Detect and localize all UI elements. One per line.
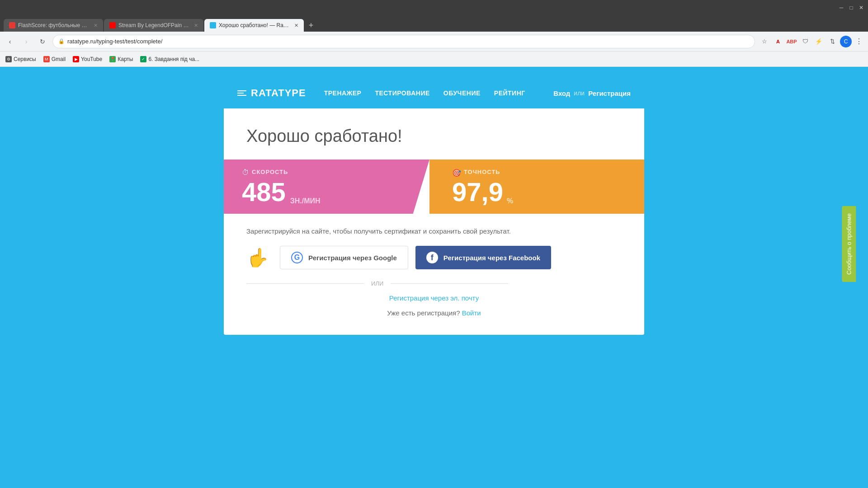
- tab-close-icon[interactable]: ✕: [194, 23, 198, 28]
- already-label: Уже есть регистрация?: [387, 309, 460, 317]
- auth-or: или: [574, 89, 585, 97]
- bookmarks-bar: ⚙ Сервисы M Gmail ▶ YouTube 📍 Карты ✓ 6.…: [0, 52, 868, 67]
- logo-text: RATATYPE: [251, 87, 306, 99]
- tab-title: FlashScore: футбольные матчи: [18, 22, 89, 28]
- bookmark-favicon: 📍: [109, 56, 116, 62]
- tab-favicon: [210, 22, 216, 28]
- accuracy-value-row: 97,9 %: [452, 179, 513, 205]
- logo-lines: [237, 90, 246, 96]
- tab-close-icon[interactable]: ✕: [294, 23, 298, 28]
- back-button[interactable]: ‹: [4, 35, 16, 48]
- page-content: RATATYPE ТРЕНАЖЕР ТЕСТИРОВАНИЕ ОБУЧЕНИЕ …: [0, 67, 868, 346]
- stat-speed-content: ⏱ СКОРОСТЬ 485 ЗН./МИН: [242, 169, 321, 205]
- register-section: Зарегистрируйся на сайте, чтобы получить…: [224, 214, 644, 335]
- facebook-icon: f: [426, 252, 438, 263]
- register-link[interactable]: Регистрация: [588, 89, 631, 97]
- result-title: Хорошо сработано!: [246, 127, 622, 146]
- speed-icon: ⏱: [242, 169, 249, 177]
- adblock-icon[interactable]: ABP: [786, 36, 797, 47]
- tab-title: Хорошо сработано! — Ratatype: [219, 22, 290, 28]
- bookmark-favicon: ▶: [73, 56, 79, 62]
- bookmark-label: 6. Завдання під ча...: [148, 56, 199, 62]
- bookmark-youtube[interactable]: ▶ YouTube: [73, 56, 102, 62]
- google-btn-label: Регистрация через Google: [308, 254, 397, 262]
- google-register-button[interactable]: G Регистрация через Google: [280, 246, 408, 269]
- speed-value: 485: [242, 179, 286, 205]
- bookmark-star-icon[interactable]: ☆: [759, 36, 770, 47]
- bookmark-label: Gmail: [52, 56, 66, 62]
- minimize-btn[interactable]: ─: [838, 5, 844, 11]
- tab-youtube[interactable]: Stream By LegendOFPain к... ✕: [104, 19, 203, 32]
- email-register-link[interactable]: Регистрация через эл. почту: [246, 294, 622, 302]
- sync-icon[interactable]: ⇅: [826, 36, 838, 47]
- stat-accuracy-content: 🎯 ТОЧНОСТЬ 97,9 %: [452, 169, 513, 205]
- tab-flashscore[interactable]: FlashScore: футбольные матчи ✕: [4, 19, 103, 32]
- tab-close-icon[interactable]: ✕: [94, 23, 98, 28]
- main-card: Хорошо сработано! ⏱ СКОРОСТЬ 485 ЗН./МИН: [224, 108, 644, 335]
- register-buttons-row: 👆 G Регистрация через Google f Регистрац…: [246, 246, 622, 269]
- adobe-icon[interactable]: A: [772, 36, 784, 47]
- maximize-btn[interactable]: □: [848, 5, 854, 11]
- google-icon: G: [291, 252, 303, 263]
- profile-avatar[interactable]: C: [840, 36, 852, 47]
- nav-trainer[interactable]: ТРЕНАЖЕР: [324, 89, 362, 97]
- tab-title: Stream By LegendOFPain к...: [118, 22, 189, 28]
- nav-actions: ☆ A ABP 🛡 ⚡ ⇅ C ⋮: [759, 35, 864, 47]
- bookmark-label: YouTube: [81, 56, 102, 62]
- tab-favicon: [9, 22, 15, 28]
- ratatype-site: RATATYPE ТРЕНАЖЕР ТЕСТИРОВАНИЕ ОБУЧЕНИЕ …: [224, 78, 644, 335]
- forward-button[interactable]: ›: [20, 35, 33, 48]
- already-registered-text: Уже есть регистрация? Войти: [246, 309, 622, 317]
- stat-accuracy: 🎯 ТОЧНОСТЬ 97,9 %: [429, 160, 644, 214]
- bookmark-maps[interactable]: 📍 Карты: [109, 56, 133, 62]
- accuracy-icon: 🎯: [452, 169, 461, 177]
- tab-ratatype[interactable]: Хорошо сработано! — Ratatype ✕: [204, 19, 304, 32]
- browser-chrome: ─ □ ✕ FlashScore: футбольные матчи ✕ Str…: [0, 0, 868, 67]
- facebook-btn-label: Регистрация через Facebook: [443, 254, 540, 262]
- title-bar: ─ □ ✕: [0, 0, 868, 15]
- bookmark-gmail[interactable]: M Gmail: [43, 56, 66, 62]
- site-auth: Вход или Регистрация: [553, 89, 631, 97]
- close-btn[interactable]: ✕: [858, 5, 864, 11]
- feedback-button[interactable]: Сообщить о проблеме: [842, 206, 856, 282]
- divider-text: ИЛИ: [371, 280, 383, 287]
- bookmark-tasks[interactable]: ✓ 6. Завдання під ча...: [140, 56, 199, 62]
- accuracy-label-row: 🎯 ТОЧНОСТЬ: [452, 169, 513, 177]
- address-text: ratatype.ru/typing-test/test/complete/: [67, 38, 749, 45]
- menu-button[interactable]: ⋮: [854, 35, 864, 47]
- tab-favicon: [109, 22, 116, 28]
- divider: ИЛИ: [246, 280, 622, 287]
- bookmark-label: Карты: [118, 56, 133, 62]
- result-title-section: Хорошо сработано!: [224, 108, 644, 160]
- nav-testing[interactable]: ТЕСТИРОВАНИЕ: [375, 89, 429, 97]
- accuracy-label: ТОЧНОСТЬ: [464, 169, 500, 175]
- speed-unit: ЗН./МИН: [290, 197, 321, 205]
- accuracy-unit: %: [507, 197, 513, 205]
- bookmark-services[interactable]: ⚙ Сервисы: [5, 56, 36, 62]
- site-header: RATATYPE ТРЕНАЖЕР ТЕСТИРОВАНИЕ ОБУЧЕНИЕ …: [224, 78, 644, 108]
- divider-line-left: [246, 283, 364, 284]
- speed-value-row: 485 ЗН./МИН: [242, 179, 321, 205]
- shield-icon[interactable]: 🛡: [799, 36, 811, 47]
- new-tab-button[interactable]: +: [305, 19, 317, 32]
- address-bar[interactable]: 🔒 ratatype.ru/typing-test/test/complete/: [52, 35, 755, 48]
- login-link[interactable]: Вход: [553, 89, 570, 97]
- bookmark-favicon: ✓: [140, 56, 146, 62]
- nav-rating[interactable]: РЕЙТИНГ: [494, 89, 525, 97]
- site-logo[interactable]: RATATYPE: [237, 87, 306, 99]
- stat-speed: ⏱ СКОРОСТЬ 485 ЗН./МИН: [224, 160, 429, 214]
- nav-learning[interactable]: ОБУЧЕНИЕ: [443, 89, 481, 97]
- stats-bar: ⏱ СКОРОСТЬ 485 ЗН./МИН 🎯 ТОЧНОСТЬ: [224, 160, 644, 214]
- bookmark-label: Сервисы: [14, 56, 36, 62]
- site-nav: ТРЕНАЖЕР ТЕСТИРОВАНИЕ ОБУЧЕНИЕ РЕЙТИНГ: [324, 89, 536, 97]
- divider-line-right: [391, 283, 508, 284]
- login-link-bottom[interactable]: Войти: [462, 309, 481, 317]
- pointer-icon: 👆: [246, 247, 269, 268]
- promo-text: Зарегистрируйся на сайте, чтобы получить…: [246, 227, 622, 235]
- bookmark-favicon: M: [43, 56, 50, 62]
- speed-label-row: ⏱ СКОРОСТЬ: [242, 169, 321, 177]
- lock-icon: 🔒: [58, 38, 65, 44]
- extensions-icon[interactable]: ⚡: [813, 36, 825, 47]
- reload-button[interactable]: ↻: [36, 35, 49, 48]
- facebook-register-button[interactable]: f Регистрация через Facebook: [415, 246, 551, 269]
